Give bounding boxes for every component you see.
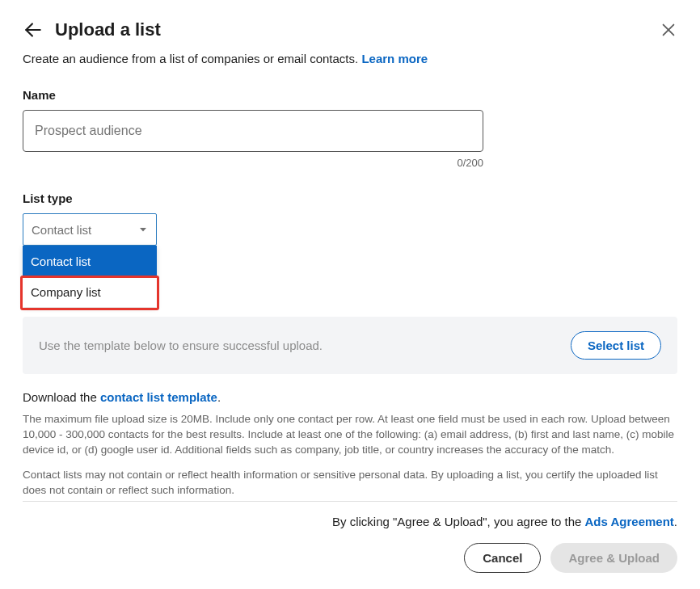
help-text-1: The maximum file upload size is 20MB. In… xyxy=(23,412,677,458)
dropdown-option-contact[interactable]: Contact list xyxy=(23,246,157,276)
chevron-down-icon xyxy=(138,225,148,234)
template-banner: Use the template below to ensure success… xyxy=(23,317,677,374)
close-icon[interactable] xyxy=(660,21,677,39)
list-type-select-wrap: Contact list Contact list Company list xyxy=(23,213,156,246)
subtitle: Create an audience from a list of compan… xyxy=(23,52,677,65)
modal-header: Upload a list xyxy=(23,19,677,40)
help-text-2: Contact lists may not contain or reflect… xyxy=(23,468,677,499)
list-type-selected-value: Contact list xyxy=(32,223,91,237)
dropdown-option-company[interactable]: Company list xyxy=(23,276,157,307)
cancel-button[interactable]: Cancel xyxy=(464,543,541,573)
list-type-dropdown: Contact list Company list xyxy=(23,246,157,307)
agree-upload-button[interactable]: Agree & Upload xyxy=(550,543,677,573)
ads-agreement-link[interactable]: Ads Agreement xyxy=(585,515,674,528)
download-suffix: . xyxy=(217,390,221,404)
agreement-suffix: . xyxy=(674,515,677,528)
back-arrow-icon[interactable] xyxy=(23,19,44,40)
svg-marker-3 xyxy=(140,228,146,232)
agreement-prefix: By clicking "Agree & Upload", you agree … xyxy=(332,515,585,528)
list-type-select[interactable]: Contact list xyxy=(23,213,157,246)
learn-more-link[interactable]: Learn more xyxy=(361,52,428,65)
page-title: Upload a list xyxy=(55,19,161,40)
download-template-line: Download the contact list template. xyxy=(23,390,677,404)
download-prefix: Download the xyxy=(23,390,100,404)
subtitle-text: Create an audience from a list of compan… xyxy=(23,52,361,65)
template-banner-text: Use the template below to ensure success… xyxy=(39,339,323,352)
name-char-counter: 0/200 xyxy=(23,157,483,169)
modal-footer: By clicking "Agree & Upload", you agree … xyxy=(23,501,677,573)
upload-list-modal: Upload a list Create an audience from a … xyxy=(0,0,700,589)
agreement-line: By clicking "Agree & Upload", you agree … xyxy=(23,515,677,528)
audience-name-input[interactable] xyxy=(23,110,483,152)
footer-buttons: Cancel Agree & Upload xyxy=(23,543,677,573)
list-type-label: List type xyxy=(23,191,677,205)
name-label: Name xyxy=(23,88,677,102)
contact-list-template-link[interactable]: contact list template xyxy=(100,390,217,404)
select-list-button[interactable]: Select list xyxy=(571,331,661,360)
